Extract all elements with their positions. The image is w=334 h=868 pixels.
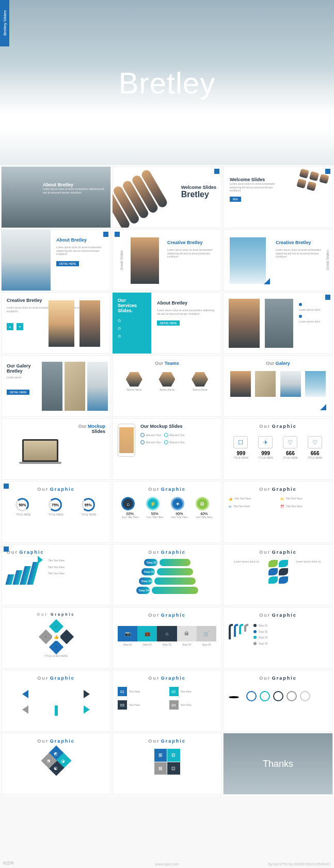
slide-creative-text: Creative Bretley Lorem ipsum dolor sit a… xyxy=(1,292,111,354)
clock-icon: ⏰ xyxy=(280,505,284,508)
badge-icon xyxy=(103,232,108,237)
graphic-title: Our Graphic xyxy=(7,738,105,744)
step-icon: 🛒 xyxy=(197,626,216,641)
slide-welcome-2: Welcome Slides Lorem ipsum dolor sit ame… xyxy=(223,166,333,228)
side-tab: Bretley Slides xyxy=(0,0,9,46)
stat-num: 999 xyxy=(233,451,248,456)
slides-grid: Bretley About Bretley Lorem ipsum dolor … xyxy=(0,165,334,796)
sky-image xyxy=(230,237,266,284)
gallery-img xyxy=(230,371,251,397)
bullet-icon xyxy=(253,642,257,645)
stat-icon: ☐ xyxy=(233,436,248,448)
gallery-img xyxy=(280,371,301,397)
step: Step 02 xyxy=(259,630,267,634)
leaf-graphic xyxy=(265,560,291,584)
slide-mockup-laptop: Our MockupSlides xyxy=(1,418,111,480)
tube: Step 04 xyxy=(136,587,150,594)
stat-icon: ♡ xyxy=(283,436,297,448)
slide-about-arch: About Bretley Lorem ipsum dolor sit amet… xyxy=(1,229,111,291)
lorem: Lorem ipsum xyxy=(7,376,38,379)
label: TITLE GOES HERE xyxy=(7,654,105,658)
arrow-chart xyxy=(7,559,43,585)
tube: Step 02 xyxy=(141,568,155,575)
folder-icon: 📁 xyxy=(280,497,284,501)
tube: Step 01 xyxy=(144,559,157,566)
bullet-icon xyxy=(299,315,302,318)
great-vertical: Great Slides xyxy=(326,250,329,270)
mail-icon: ✉ xyxy=(229,505,231,508)
graphic-title: Our Graphic xyxy=(118,676,216,681)
graphic-title: Our Graphic xyxy=(229,550,327,555)
slide-icon-circles: Our Graphic ⌂60%Your Title Here ⚡50%Your… xyxy=(112,481,222,543)
tube xyxy=(160,559,190,566)
item: Title Text Here xyxy=(48,572,65,575)
stat-num: 666 xyxy=(308,451,323,456)
step-icon: 🏛 xyxy=(177,626,197,641)
circle-icon: ⚡ xyxy=(146,497,160,510)
sub: Your Title Here xyxy=(196,516,213,519)
great-vertical: Great Slides xyxy=(120,250,123,270)
team-hex xyxy=(158,372,175,387)
graphic-title: Our Graphic xyxy=(7,676,105,681)
detail-button[interactable]: DETAIL HERE xyxy=(7,390,29,395)
team-hex xyxy=(192,372,208,387)
slide-timeline: Our Graphic xyxy=(223,670,333,732)
stat-icon: ✈ xyxy=(258,436,273,448)
slide-creative-2: Creative Bretley Lorem ipsum dolor sit a… xyxy=(223,229,333,291)
bullet-icon xyxy=(140,433,145,437)
tube: Step 03 xyxy=(139,577,152,585)
slide-tubes: Our Graphic Step 01 Step 02 Step 03 Step… xyxy=(112,544,222,606)
slide-galery-2: Our Galery xyxy=(223,355,333,417)
detail-button[interactable]: DETAIL HERE xyxy=(157,320,180,326)
circle-icon: ✦ xyxy=(171,497,184,510)
galery-title: Our Galery xyxy=(229,361,327,366)
step: Step 01 xyxy=(259,624,267,628)
lorem: Lorem ipsum dolor sit xyxy=(296,560,322,584)
item: Title Text Here xyxy=(233,505,250,508)
slide-leaves: Our Graphic Lorem ipsum dolor sit Lorem … xyxy=(223,544,333,606)
slide-graphic-nums: Our Graphic ☐999TITLE HERE ✈999TITLE HER… xyxy=(223,418,333,480)
detail-button[interactable]: DETAIL HERE xyxy=(56,261,79,266)
lorem: Lorem ipsum dolor xyxy=(299,320,327,324)
item: Title Text Here xyxy=(286,505,303,508)
palm-image xyxy=(49,300,74,347)
team-name: Teams Name xyxy=(192,388,208,392)
corner-accent xyxy=(264,278,270,284)
slide-services: Our Services Slides. ⊙ ⊙ ⊙ About Bretley… xyxy=(112,292,222,354)
img-chip xyxy=(309,171,320,182)
stat-num: 666 xyxy=(283,451,298,456)
step: Step 01 xyxy=(123,643,132,647)
graphic-title: Our Graphic xyxy=(7,487,105,492)
cross-diagram: ↑ → ↓ ← 👍 xyxy=(41,621,72,652)
slide-creative-1: Great Slides Creative Bretley Lorem ipsu… xyxy=(112,229,222,291)
thanks-text: Thanks xyxy=(263,759,293,769)
clouds-graphic xyxy=(0,93,334,165)
step-icon: 📷 xyxy=(118,626,137,641)
item: Element Text xyxy=(146,441,161,444)
step: Step 04 xyxy=(259,642,267,646)
item: Text Here xyxy=(129,690,140,694)
step-icon: 💼 xyxy=(137,626,157,641)
circle-icon: ⌂ xyxy=(121,497,135,510)
graphic-title: Our Graphic xyxy=(229,613,327,618)
badge-icon xyxy=(115,232,120,237)
slide-number-boxes: Our Graphic 01Text Here 02Text Here 03Te… xyxy=(112,670,222,732)
num-box: 03 xyxy=(118,700,127,710)
stat-num: 999 xyxy=(258,451,273,456)
service-item: ⊙ xyxy=(118,326,146,331)
badge-icon xyxy=(325,295,330,300)
num-box: 02 xyxy=(169,687,179,696)
graphic-title: Our Graphic xyxy=(118,550,216,555)
mockup-title: Our Mockup Slides xyxy=(140,424,185,429)
welcome-title: Welcome Slides xyxy=(230,177,276,182)
badge-icon xyxy=(4,546,9,552)
slide-arrow-bars: Our Graphic Title Text Here Title Text H… xyxy=(1,544,111,606)
lorem: Lorem ipsum dolor sit amet consectetur a… xyxy=(276,248,327,259)
img-chip xyxy=(299,168,309,179)
team-name: Teams Name xyxy=(158,388,175,392)
about-title: About Bretley xyxy=(157,300,216,306)
corner-accent xyxy=(320,404,326,410)
num-box: 01 xyxy=(118,687,127,696)
tube xyxy=(157,568,193,575)
thumb-icon: 👍 xyxy=(229,497,232,501)
